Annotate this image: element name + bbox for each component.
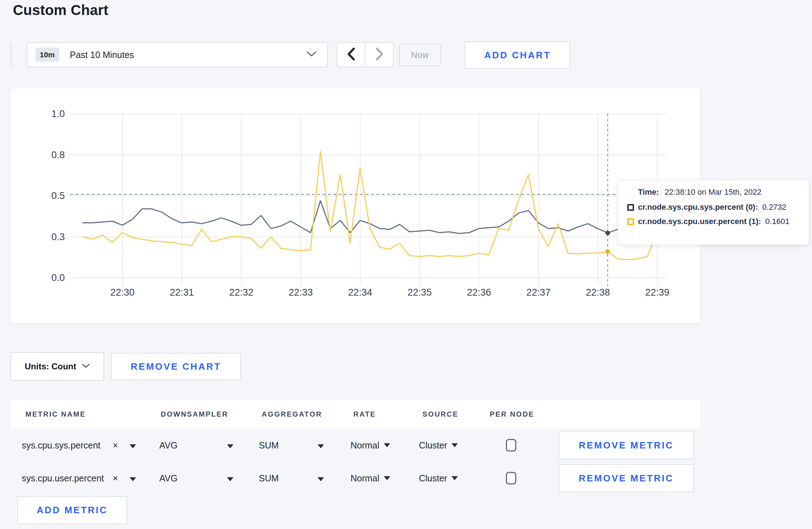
now-button[interactable]: Now <box>399 44 441 66</box>
rate-value: Normal <box>351 440 380 451</box>
custom-chart-page: Custom Chart 10m Past 10 Minutes Now ADD… <box>0 0 812 529</box>
rate-value: Normal <box>351 473 380 484</box>
remove-tag-icon[interactable]: × <box>113 441 118 450</box>
prev-time-button[interactable] <box>337 43 366 67</box>
add-chart-button[interactable]: ADD CHART <box>465 42 570 69</box>
metric-name-value[interactable]: sys.cpu.user.percent <box>22 473 104 484</box>
remove-metric-button[interactable]: REMOVE METRIC <box>559 431 694 459</box>
caret-down-icon <box>451 443 458 447</box>
aggregator-select-caret[interactable] <box>318 473 324 484</box>
caret-down-icon <box>318 477 324 481</box>
time-range-label: Past 10 Minutes <box>70 50 134 60</box>
svg-text:22:33: 22:33 <box>289 287 313 298</box>
svg-text:22:36: 22:36 <box>467 287 491 298</box>
tooltip-series-row: cr.node.sys.cpu.user.percent (1): 0.1601 <box>627 217 809 226</box>
caret-down-icon <box>384 443 390 447</box>
remove-chart-button[interactable]: REMOVE CHART <box>111 353 241 380</box>
metrics-table: METRIC NAME DOWNSAMPLER AGGREGATOR RATE … <box>10 400 700 529</box>
tooltip-series-value: 0.1601 <box>765 217 789 226</box>
chevron-right-icon <box>375 48 384 62</box>
tooltip-series-row: cr.node.sys.cpu.sys.percent (0): 0.2732 <box>627 203 809 212</box>
column-header-metric-name: METRIC NAME <box>25 410 86 418</box>
caret-down-icon <box>130 445 136 448</box>
svg-text:0.8: 0.8 <box>51 150 65 160</box>
caret-down-icon <box>130 477 136 481</box>
rate-select[interactable]: Normal <box>351 473 390 484</box>
svg-text:22:37: 22:37 <box>526 287 551 298</box>
caret-down-icon <box>227 445 233 448</box>
svg-text:22:35: 22:35 <box>407 287 432 298</box>
metric-name-value[interactable]: sys.cpu.sys.percent <box>22 440 101 451</box>
column-header-downsampler: DOWNSAMPLER <box>161 410 228 418</box>
units-select[interactable]: Units: Count <box>10 352 104 381</box>
column-header-per-node: PER NODE <box>490 410 534 418</box>
column-header-rate: RATE <box>353 410 376 418</box>
source-select[interactable]: Cluster <box>419 473 458 484</box>
svg-text:22:32: 22:32 <box>229 287 253 298</box>
tooltip-series-label: cr.node.sys.cpu.user.percent (1): <box>638 217 761 226</box>
per-node-checkbox[interactable] <box>506 439 516 452</box>
downsampler-select[interactable]: AVG <box>159 473 178 484</box>
per-node-checkbox[interactable] <box>506 472 516 485</box>
series-color-swatch <box>627 204 634 211</box>
caret-down-icon <box>451 476 458 480</box>
remove-tag-icon[interactable]: × <box>113 474 118 483</box>
page-title: Custom Chart <box>13 2 108 18</box>
chevron-left-icon <box>347 48 356 62</box>
downsampler-select-caret[interactable] <box>227 440 233 451</box>
series-color-swatch <box>627 218 634 225</box>
chevron-down-icon <box>82 363 90 370</box>
source-value: Cluster <box>419 473 447 484</box>
metric-row: sys.cpu.sys.percent × AVG SUM Normal Clu… <box>10 429 700 462</box>
add-metric-button[interactable]: ADD METRIC <box>17 496 127 524</box>
toolbar-divider <box>11 43 11 67</box>
aggregator-select[interactable]: SUM <box>259 440 279 451</box>
svg-text:22:30: 22:30 <box>110 287 135 298</box>
aggregator-select[interactable]: SUM <box>259 473 279 484</box>
svg-text:22:39: 22:39 <box>645 287 670 298</box>
svg-text:0.3: 0.3 <box>51 232 65 242</box>
source-select[interactable]: Cluster <box>419 440 458 451</box>
svg-text:22:38: 22:38 <box>586 287 610 298</box>
caret-down-icon <box>384 476 390 480</box>
caret-down-icon <box>318 445 324 448</box>
time-range-badge: 10m <box>35 48 59 62</box>
svg-text:1.0: 1.0 <box>51 108 65 119</box>
timeseries-chart[interactable]: 0.00.30.50.81.022:3022:3122:3222:3322:34… <box>11 88 701 324</box>
column-header-aggregator: AGGREGATOR <box>262 410 322 418</box>
chart-tooltip: Time: 22:38:10 on Mar 15th, 2022 cr.node… <box>618 180 809 245</box>
caret-down-icon <box>227 477 233 481</box>
svg-text:22:31: 22:31 <box>170 287 194 298</box>
tooltip-series-value: 0.2732 <box>762 203 786 212</box>
svg-text:22:34: 22:34 <box>348 287 372 298</box>
metric-row: sys.cpu.user.percent × AVG SUM Normal Cl… <box>10 462 700 495</box>
aggregator-select-caret[interactable] <box>318 440 324 451</box>
units-label: Units: Count <box>25 361 76 372</box>
tooltip-time-value: 22:38:10 on Mar 15th, 2022 <box>664 188 761 196</box>
downsampler-select-caret[interactable] <box>227 473 233 484</box>
metric-name-select-caret[interactable] <box>130 440 136 451</box>
rate-select[interactable]: Normal <box>351 440 390 451</box>
time-range-select[interactable]: 10m Past 10 Minutes <box>27 42 328 67</box>
chart-panel: 0.00.30.50.81.022:3022:3122:3222:3322:34… <box>10 88 700 324</box>
next-time-button[interactable] <box>366 43 393 67</box>
chevron-down-icon <box>306 51 316 58</box>
tooltip-series-label: cr.node.sys.cpu.sys.percent (0): <box>638 203 758 212</box>
remove-metric-button[interactable]: REMOVE METRIC <box>559 464 694 492</box>
column-header-source: SOURCE <box>422 410 459 418</box>
metric-name-select-caret[interactable] <box>130 473 136 484</box>
svg-text:0.5: 0.5 <box>51 190 65 201</box>
svg-text:0.0: 0.0 <box>51 272 65 283</box>
time-pager <box>337 42 394 67</box>
tooltip-time-label: Time: <box>638 188 659 196</box>
source-value: Cluster <box>419 440 447 451</box>
downsampler-select[interactable]: AVG <box>159 440 178 451</box>
metrics-table-header: METRIC NAME DOWNSAMPLER AGGREGATOR RATE … <box>10 400 700 428</box>
